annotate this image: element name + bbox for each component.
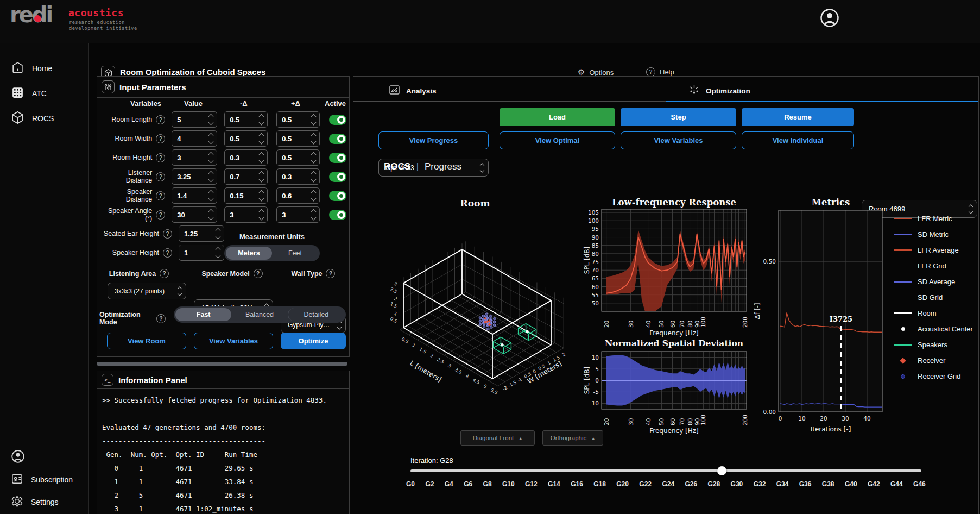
spinner-arrows-icon[interactable]	[260, 172, 263, 181]
view-angle-dropdown[interactable]: Diagonal Front▲	[460, 430, 535, 446]
active-toggle[interactable]	[329, 191, 346, 201]
spinner-arrows-icon[interactable]	[312, 191, 315, 200]
spinner-arrows-icon[interactable]	[260, 153, 263, 162]
spinner-arrows-icon[interactable]	[216, 229, 220, 239]
minus-delta-field-input[interactable]	[230, 112, 255, 127]
value-field-input[interactable]	[184, 245, 211, 260]
minus-delta-field-input[interactable]	[230, 131, 255, 146]
plus-delta-field[interactable]	[276, 130, 320, 147]
panel-splitter-handle[interactable]	[97, 362, 347, 366]
view-individual-button[interactable]: View Individual	[742, 131, 854, 149]
spinner-arrows-icon[interactable]	[312, 153, 315, 162]
minus-delta-field[interactable]	[224, 168, 268, 185]
sidebar-item-subscription[interactable]: Subscription	[0, 469, 88, 491]
spinner-arrows-icon[interactable]	[209, 172, 213, 181]
plus-delta-field[interactable]	[276, 187, 320, 204]
spinner-arrows-icon[interactable]	[209, 115, 213, 124]
sidebar-item-rocs[interactable]: ROCS	[0, 108, 88, 129]
plus-delta-field-input[interactable]	[282, 207, 307, 222]
active-toggle[interactable]	[329, 134, 346, 144]
value-field[interactable]	[172, 130, 217, 147]
optimization-mode-toggle[interactable]: FastBalancedDetailed	[174, 306, 346, 323]
mode-option-detailed[interactable]: Detailed	[288, 308, 344, 321]
help-icon[interactable]: ?	[156, 210, 165, 220]
value-field[interactable]	[179, 225, 224, 242]
spinner-arrows-icon[interactable]	[260, 115, 263, 124]
help-icon[interactable]: ?	[163, 248, 172, 258]
plus-delta-field[interactable]	[276, 206, 320, 223]
spinner-arrows-icon[interactable]	[260, 191, 263, 200]
mode-option-balanced[interactable]: Balanced	[231, 308, 287, 321]
minus-delta-field[interactable]	[224, 187, 268, 204]
value-field-input[interactable]	[177, 131, 204, 146]
value-field-input[interactable]	[177, 169, 204, 184]
value-field[interactable]	[179, 245, 224, 261]
plus-delta-field[interactable]	[276, 111, 320, 128]
plus-delta-field[interactable]	[276, 149, 320, 166]
spinner-arrows-icon[interactable]	[260, 210, 263, 220]
spinner-arrows-icon[interactable]	[312, 134, 315, 143]
plus-delta-field-input[interactable]	[282, 169, 307, 184]
tab-analysis[interactable]: Analysis	[389, 84, 437, 98]
optimize-button[interactable]: Optimize	[281, 333, 346, 349]
value-field-input[interactable]	[177, 188, 204, 203]
minus-delta-field-input[interactable]	[230, 188, 255, 203]
help-icon[interactable]: ?	[156, 172, 165, 181]
help-icon[interactable]: ?	[254, 269, 263, 278]
active-toggle[interactable]	[329, 153, 346, 163]
help-icon[interactable]: ?	[163, 229, 172, 239]
value-field[interactable]	[172, 149, 217, 166]
spinner-arrows-icon[interactable]	[312, 210, 315, 220]
profile-icon[interactable]	[820, 8, 839, 28]
help-button[interactable]: ? Help	[646, 67, 674, 77]
view-variables-button[interactable]: View Variables	[194, 333, 273, 349]
units-option-feet[interactable]: Feet	[272, 247, 318, 260]
spinner-arrows-icon[interactable]	[209, 153, 213, 162]
value-field-input[interactable]	[177, 207, 204, 222]
help-icon[interactable]: ?	[326, 269, 335, 278]
spinner-arrows-icon[interactable]	[209, 191, 213, 200]
plus-delta-field-input[interactable]	[282, 188, 307, 203]
plus-delta-field[interactable]	[276, 168, 320, 185]
plus-delta-field-input[interactable]	[282, 131, 307, 146]
sidebar-item-atc[interactable]: ATC	[0, 83, 88, 104]
generation-slider[interactable]	[410, 469, 921, 472]
active-toggle[interactable]	[329, 115, 346, 125]
value-field[interactable]	[172, 187, 217, 204]
mode-option-fast[interactable]: Fast	[175, 308, 231, 321]
slider-handle[interactable]	[717, 466, 726, 475]
view-optimal-button[interactable]: View Optimal	[500, 131, 615, 149]
measurement-units-toggle[interactable]: MetersFeet	[224, 245, 320, 261]
minus-delta-field-input[interactable]	[230, 169, 255, 184]
projection-dropdown[interactable]: Orthographic▲	[542, 430, 603, 446]
active-toggle[interactable]	[329, 210, 346, 220]
spinner-arrows-icon[interactable]	[260, 134, 263, 143]
value-field[interactable]	[172, 111, 217, 128]
spinner-arrows-icon[interactable]	[312, 115, 315, 124]
minus-delta-field-input[interactable]	[230, 207, 255, 222]
step-button[interactable]: Step	[621, 108, 736, 126]
load-button[interactable]: Load	[500, 108, 615, 126]
minus-delta-field[interactable]	[224, 111, 268, 128]
minus-delta-field[interactable]	[224, 130, 268, 147]
minus-delta-field[interactable]	[224, 149, 268, 166]
plus-delta-field-input[interactable]	[282, 112, 307, 127]
sidebar-item-account[interactable]	[0, 447, 88, 468]
minus-delta-field[interactable]	[224, 206, 268, 223]
help-icon[interactable]: ?	[160, 269, 169, 278]
spinner-arrows-icon[interactable]	[209, 210, 213, 220]
sidebar-item-settings[interactable]: Settings	[0, 491, 88, 513]
plus-delta-field-input[interactable]	[282, 150, 307, 165]
value-field[interactable]	[172, 168, 217, 185]
help-icon[interactable]: ?	[156, 191, 165, 200]
value-field-input[interactable]	[177, 150, 204, 165]
view-room-button[interactable]: View Room	[107, 333, 186, 349]
value-field[interactable]	[172, 206, 217, 223]
spinner-arrows-icon[interactable]	[312, 172, 315, 181]
view-progress-button[interactable]: View Progress	[378, 131, 489, 149]
listening-area-select[interactable]: 3x3x3 (27 points)	[108, 283, 186, 299]
spinner-arrows-icon[interactable]	[209, 134, 213, 143]
help-icon[interactable]: ?	[156, 134, 165, 143]
resume-button[interactable]: Resume	[742, 108, 854, 126]
active-toggle[interactable]	[329, 172, 346, 182]
